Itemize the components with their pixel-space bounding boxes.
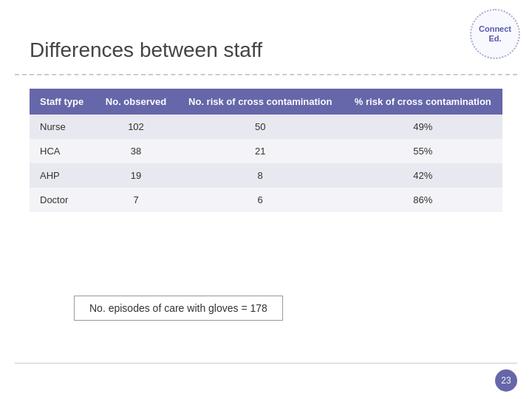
table-cell: 38: [95, 139, 177, 163]
table-row: AHP19842%: [30, 163, 502, 188]
table-cell: AHP: [30, 163, 95, 188]
col-header-no-risk: No. risk of cross contamination: [177, 89, 344, 115]
bottom-divider: [15, 363, 517, 364]
table-cell: 21: [177, 139, 344, 163]
note-text: No. episodes of care with gloves = 178: [89, 302, 267, 314]
table-cell: 49%: [344, 115, 502, 139]
table-cell: Nurse: [30, 115, 95, 139]
table-cell: 7: [95, 188, 177, 212]
page-number: 23: [495, 369, 517, 392]
page-number-text: 23: [501, 375, 511, 386]
note-box: No. episodes of care with gloves = 178: [74, 296, 283, 321]
table-cell: 50: [177, 115, 344, 139]
col-header-staff-type: Staff type: [30, 89, 95, 115]
table-row: HCA382155%: [30, 139, 502, 163]
data-table: Staff type No. observed No. risk of cros…: [30, 89, 502, 212]
table-row: Nurse1025049%: [30, 115, 502, 139]
table-row: Doctor7686%: [30, 188, 502, 212]
table-cell: 86%: [344, 188, 502, 212]
col-header-no-observed: No. observed: [95, 89, 177, 115]
table-cell: 55%: [344, 139, 502, 163]
page-title: Differences between staff: [30, 38, 262, 62]
top-divider: [15, 74, 517, 75]
logo-text: Connect Ed.: [471, 24, 519, 44]
table-cell: 42%: [344, 163, 502, 188]
table-cell: 102: [95, 115, 177, 139]
logo: Connect Ed.: [470, 9, 520, 59]
table-cell: HCA: [30, 139, 95, 163]
table-cell: 6: [177, 188, 344, 212]
table-cell: 8: [177, 163, 344, 188]
col-header-pct-risk: % risk of cross contamination: [344, 89, 502, 115]
table-cell: 19: [95, 163, 177, 188]
table-cell: Doctor: [30, 188, 95, 212]
